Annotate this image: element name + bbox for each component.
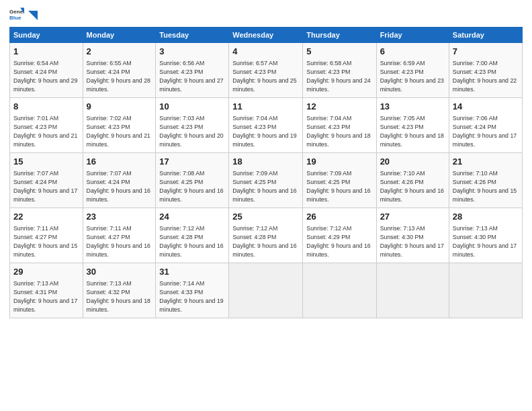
day-number: 7 [453,46,519,58]
day-info: Sunrise: 6:56 AMSunset: 4:23 PMDaylight:… [159,60,223,93]
day-info: Sunrise: 7:12 AMSunset: 4:29 PMDaylight:… [306,225,370,258]
calendar-cell [376,263,449,318]
day-info: Sunrise: 6:55 AMSunset: 4:24 PMDaylight:… [87,60,150,93]
day-info: Sunrise: 7:04 AMSunset: 4:23 PMDaylight:… [232,115,296,148]
day-info: Sunrise: 6:59 AMSunset: 4:23 PMDaylight:… [380,60,444,93]
calendar-header-row: SundayMondayTuesdayWednesdayThursdayFrid… [10,28,523,43]
calendar-cell: 1Sunrise: 6:54 AMSunset: 4:24 PMDaylight… [10,43,83,98]
day-info: Sunrise: 7:13 AMSunset: 4:31 PMDaylight:… [13,280,77,313]
calendar-cell: 3Sunrise: 6:56 AMSunset: 4:23 PMDaylight… [156,43,229,98]
calendar-week-4: 22Sunrise: 7:11 AMSunset: 4:27 PMDayligh… [10,208,523,263]
day-info: Sunrise: 6:58 AMSunset: 4:23 PMDaylight:… [306,60,370,93]
calendar-cell: 7Sunrise: 7:00 AMSunset: 4:23 PMDaylight… [449,43,522,98]
calendar-cell: 13Sunrise: 7:05 AMSunset: 4:23 PMDayligh… [376,98,449,153]
calendar-cell: 19Sunrise: 7:09 AMSunset: 4:25 PMDayligh… [303,153,376,208]
day-number: 11 [232,101,299,113]
day-number: 6 [380,46,445,58]
day-number: 31 [159,266,225,279]
day-number: 23 [87,211,152,224]
day-number: 9 [87,101,152,113]
svg-marker-3 [28,11,38,20]
day-number: 22 [13,211,79,224]
weekday-header-friday: Friday [376,28,449,43]
day-info: Sunrise: 7:07 AMSunset: 4:24 PMDaylight:… [13,170,77,203]
day-number: 15 [13,156,79,169]
day-info: Sunrise: 7:01 AMSunset: 4:23 PMDaylight:… [13,115,77,148]
calendar-cell: 27Sunrise: 7:13 AMSunset: 4:30 PMDayligh… [376,208,449,263]
day-info: Sunrise: 7:14 AMSunset: 4:33 PMDaylight:… [159,280,223,313]
calendar-cell [229,263,303,318]
day-info: Sunrise: 7:08 AMSunset: 4:25 PMDaylight:… [159,170,223,203]
day-number: 21 [453,156,519,169]
day-number: 2 [87,46,152,58]
day-number: 16 [87,156,152,169]
day-info: Sunrise: 7:07 AMSunset: 4:24 PMDaylight:… [87,170,150,203]
day-info: Sunrise: 7:09 AMSunset: 4:25 PMDaylight:… [232,170,296,203]
day-info: Sunrise: 7:11 AMSunset: 4:27 PMDaylight:… [87,225,150,258]
calendar: SundayMondayTuesdayWednesdayThursdayFrid… [9,27,523,318]
weekday-header-tuesday: Tuesday [156,28,229,43]
header: General Blue [9,7,523,21]
day-info: Sunrise: 7:09 AMSunset: 4:25 PMDaylight:… [306,170,370,203]
calendar-week-2: 8Sunrise: 7:01 AMSunset: 4:23 PMDaylight… [10,98,523,153]
calendar-cell [303,263,376,318]
logo-icon: General Blue [9,7,24,21]
calendar-week-1: 1Sunrise: 6:54 AMSunset: 4:24 PMDaylight… [10,43,523,98]
day-info: Sunrise: 7:10 AMSunset: 4:26 PMDaylight:… [380,170,444,203]
day-info: Sunrise: 7:13 AMSunset: 4:32 PMDaylight:… [87,280,150,313]
logo-arrow-icon [27,9,39,21]
svg-text:Blue: Blue [9,15,21,21]
day-number: 17 [159,156,225,169]
day-info: Sunrise: 7:12 AMSunset: 4:28 PMDaylight:… [159,225,223,258]
calendar-cell: 22Sunrise: 7:11 AMSunset: 4:27 PMDayligh… [10,208,83,263]
day-number: 10 [159,101,225,113]
weekday-header-wednesday: Wednesday [229,28,303,43]
day-number: 8 [13,101,79,113]
calendar-cell: 24Sunrise: 7:12 AMSunset: 4:28 PMDayligh… [156,208,229,263]
calendar-week-3: 15Sunrise: 7:07 AMSunset: 4:24 PMDayligh… [10,153,523,208]
calendar-cell: 5Sunrise: 6:58 AMSunset: 4:23 PMDaylight… [303,43,376,98]
day-number: 29 [13,266,79,279]
day-info: Sunrise: 7:02 AMSunset: 4:23 PMDaylight:… [87,115,150,148]
day-number: 27 [380,211,445,224]
calendar-cell: 17Sunrise: 7:08 AMSunset: 4:25 PMDayligh… [156,153,229,208]
day-number: 4 [232,46,299,58]
calendar-cell: 29Sunrise: 7:13 AMSunset: 4:31 PMDayligh… [10,263,83,318]
day-number: 14 [453,101,519,113]
logo-text [27,9,39,19]
weekday-header-monday: Monday [83,28,156,43]
calendar-cell: 16Sunrise: 7:07 AMSunset: 4:24 PMDayligh… [83,153,156,208]
calendar-cell: 28Sunrise: 7:13 AMSunset: 4:30 PMDayligh… [449,208,522,263]
day-info: Sunrise: 7:11 AMSunset: 4:27 PMDaylight:… [13,225,77,258]
day-number: 18 [232,156,299,169]
day-number: 30 [87,266,152,279]
logo: General Blue [9,7,39,21]
day-info: Sunrise: 7:12 AMSunset: 4:28 PMDaylight:… [232,225,296,258]
day-number: 25 [232,211,299,224]
day-info: Sunrise: 7:04 AMSunset: 4:23 PMDaylight:… [306,115,370,148]
calendar-body: 1Sunrise: 6:54 AMSunset: 4:24 PMDaylight… [10,43,523,318]
calendar-cell: 21Sunrise: 7:10 AMSunset: 4:26 PMDayligh… [449,153,522,208]
calendar-cell: 30Sunrise: 7:13 AMSunset: 4:32 PMDayligh… [83,263,156,318]
calendar-cell: 31Sunrise: 7:14 AMSunset: 4:33 PMDayligh… [156,263,229,318]
day-number: 19 [306,156,372,169]
calendar-cell: 6Sunrise: 6:59 AMSunset: 4:23 PMDaylight… [376,43,449,98]
calendar-cell [449,263,522,318]
calendar-cell: 10Sunrise: 7:03 AMSunset: 4:23 PMDayligh… [156,98,229,153]
day-info: Sunrise: 7:03 AMSunset: 4:23 PMDaylight:… [159,115,223,148]
weekday-header-saturday: Saturday [449,28,522,43]
day-info: Sunrise: 7:13 AMSunset: 4:30 PMDaylight:… [453,225,517,258]
calendar-cell: 26Sunrise: 7:12 AMSunset: 4:29 PMDayligh… [303,208,376,263]
day-info: Sunrise: 6:54 AMSunset: 4:24 PMDaylight:… [13,60,77,93]
calendar-cell: 20Sunrise: 7:10 AMSunset: 4:26 PMDayligh… [376,153,449,208]
day-number: 1 [13,46,79,58]
day-info: Sunrise: 7:13 AMSunset: 4:30 PMDaylight:… [380,225,444,258]
day-number: 24 [159,211,225,224]
day-number: 5 [306,46,372,58]
day-number: 26 [306,211,372,224]
weekday-header-thursday: Thursday [303,28,376,43]
day-number: 28 [453,211,519,224]
calendar-cell: 12Sunrise: 7:04 AMSunset: 4:23 PMDayligh… [303,98,376,153]
calendar-cell: 2Sunrise: 6:55 AMSunset: 4:24 PMDaylight… [83,43,156,98]
day-info: Sunrise: 7:05 AMSunset: 4:23 PMDaylight:… [380,115,444,148]
